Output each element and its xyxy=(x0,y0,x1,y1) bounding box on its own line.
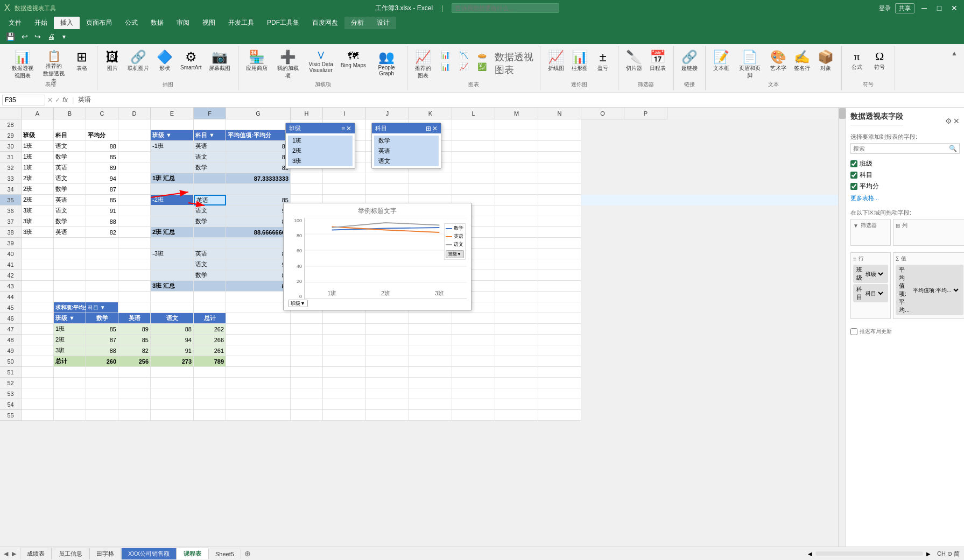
cell-H47[interactable] xyxy=(291,324,323,335)
sheet-tab-grades[interactable]: 成绩表 xyxy=(20,548,52,559)
recommended-pivot-button[interactable]: 📋 推荐的数据透视表 xyxy=(38,48,70,80)
cell-K49[interactable] xyxy=(409,345,452,356)
row-33[interactable]: 33 xyxy=(0,173,22,184)
minimize-button[interactable]: ─ xyxy=(919,3,930,13)
slicer-class-item-3[interactable]: 3班 xyxy=(288,156,353,166)
cell-I34[interactable] xyxy=(323,184,366,195)
menu-item-view[interactable]: 视图 xyxy=(196,17,222,29)
horizontal-scrollbar[interactable] xyxy=(815,551,923,556)
cell-M49[interactable] xyxy=(495,345,538,356)
scroll-left-btn[interactable]: ◀ xyxy=(808,551,812,557)
cell-I49[interactable] xyxy=(323,345,366,356)
cell-J47[interactable] xyxy=(366,324,409,335)
recommended-charts-button[interactable]: 📈 推荐的图表 xyxy=(412,48,434,80)
cell-F39[interactable] xyxy=(194,238,226,249)
cell-B33[interactable]: 语文 xyxy=(54,173,86,184)
value-tag-avg[interactable]: 平均值项:平均... 平均值项:平均... xyxy=(896,265,963,315)
search-input[interactable] xyxy=(452,3,559,13)
cell-A49[interactable] xyxy=(22,345,54,356)
field-class-check[interactable] xyxy=(850,160,857,167)
cell-E37[interactable] xyxy=(151,216,194,227)
screenshot-button[interactable]: 📷 屏幕截图 xyxy=(206,48,234,80)
cell-D33[interactable] xyxy=(118,173,151,184)
cell-B39[interactable] xyxy=(54,238,86,249)
cell-L48[interactable] xyxy=(452,335,495,345)
cell-M47[interactable] xyxy=(495,324,538,335)
cell-G32[interactable]: 85 xyxy=(226,162,291,173)
cell-N36[interactable] xyxy=(538,205,581,216)
cell-F50[interactable]: 789 xyxy=(194,356,226,367)
cell-D31[interactable] xyxy=(118,152,151,162)
cell-M29[interactable] xyxy=(495,130,538,141)
more-tables-link[interactable]: 更多表格... xyxy=(850,194,960,202)
cell-G45[interactable] xyxy=(226,302,291,313)
cell-E49[interactable]: 91 xyxy=(151,345,194,356)
textbox-button[interactable]: 📝 文本框 xyxy=(710,48,733,80)
cell-A46[interactable] xyxy=(22,313,54,324)
row-52[interactable]: 52 xyxy=(0,378,22,388)
nav-next-sheet[interactable]: ▶ xyxy=(10,550,18,557)
filter-area[interactable]: ▼ 筛选器 xyxy=(850,219,891,246)
cell-M41[interactable] xyxy=(495,259,538,270)
cell-M50[interactable] xyxy=(495,356,538,367)
collapse-ribbon-button[interactable]: ▲ xyxy=(949,48,960,58)
col-header-M[interactable]: M xyxy=(495,108,538,119)
slicer-class-clear-icon[interactable]: ✕ xyxy=(346,125,351,132)
cell-C35[interactable]: 85 xyxy=(86,195,118,205)
menu-item-formula[interactable]: 公式 xyxy=(118,17,144,29)
cell-A44[interactable] xyxy=(22,292,54,302)
cell-N47[interactable] xyxy=(538,324,581,335)
cell-E34[interactable] xyxy=(151,184,194,195)
area-chart-button[interactable]: 📈 xyxy=(455,61,472,72)
cell-B34[interactable]: 数学 xyxy=(54,184,86,195)
cell-M48[interactable] xyxy=(495,335,538,345)
object-button[interactable]: 📦 对象 xyxy=(814,48,837,80)
cell-D36[interactable] xyxy=(118,205,151,216)
cell-B38[interactable]: 英语 xyxy=(54,227,86,238)
value-area[interactable]: Σ 值 平均值项:平均... 平均值项:平均... xyxy=(893,252,964,319)
cell-E46[interactable]: 语文 xyxy=(151,313,194,324)
cell-I46[interactable] xyxy=(323,313,366,324)
cell-G41[interactable]: 91 xyxy=(226,259,291,270)
sheet-tab-sales[interactable]: XXX公司销售额 xyxy=(121,548,177,559)
cell-J48[interactable] xyxy=(366,335,409,345)
wordart-button[interactable]: 🎨 艺术字 xyxy=(767,48,790,80)
cell-D45[interactable] xyxy=(118,302,151,313)
cell-B28[interactable] xyxy=(54,119,86,130)
cell-M42[interactable] xyxy=(495,270,538,281)
row-47[interactable]: 47 xyxy=(0,324,22,335)
cell-K33[interactable] xyxy=(409,173,452,184)
slicer-subject-item-chinese[interactable]: 语文 xyxy=(374,156,439,166)
cell-M38[interactable] xyxy=(495,227,538,238)
cell-F46[interactable]: 总计 xyxy=(194,313,226,324)
cell-G30[interactable]: 89 xyxy=(226,141,291,152)
col-header-A[interactable]: A xyxy=(22,108,54,119)
cell-D38[interactable] xyxy=(118,227,151,238)
cell-A55[interactable] xyxy=(22,410,54,421)
cell-K47[interactable] xyxy=(409,324,452,335)
cell-H48[interactable] xyxy=(291,335,323,345)
line-sparkline-button[interactable]: 📈 折线图 xyxy=(545,48,567,80)
cell-E43[interactable]: 3班 汇总 xyxy=(151,281,194,292)
cell-A34[interactable]: 2班 xyxy=(22,184,54,195)
cell-F42[interactable]: 数学 xyxy=(194,270,226,281)
cell-F32[interactable]: 数学 xyxy=(194,162,226,173)
cell-L46[interactable] xyxy=(452,313,495,324)
cell-C45[interactable]: 科目 ▼ xyxy=(86,302,118,313)
cell-B42[interactable] xyxy=(54,270,86,281)
col-header-D[interactable]: D xyxy=(118,108,151,119)
cell-G48[interactable] xyxy=(226,335,291,345)
cell-N40[interactable] xyxy=(538,249,581,259)
bing-maps-button[interactable]: 🗺 Bing Maps xyxy=(337,48,369,80)
cell-B35[interactable]: 英语 xyxy=(54,195,86,205)
cell-M34[interactable] xyxy=(495,184,538,195)
cell-D48[interactable]: 85 xyxy=(118,335,151,345)
cell-H46[interactable] xyxy=(291,313,323,324)
sheet-tab-employees[interactable]: 员工信息 xyxy=(52,548,89,559)
slicer-class-item-1[interactable]: 1班 xyxy=(288,136,353,146)
cell-C31[interactable]: 85 xyxy=(86,152,118,162)
timeline-button[interactable]: 📅 日程表 xyxy=(646,48,669,80)
col-header-F[interactable]: F xyxy=(194,108,226,119)
slicer-subject-table-icon[interactable]: ⊞ xyxy=(426,125,431,132)
row-51[interactable]: 51 xyxy=(0,367,22,378)
